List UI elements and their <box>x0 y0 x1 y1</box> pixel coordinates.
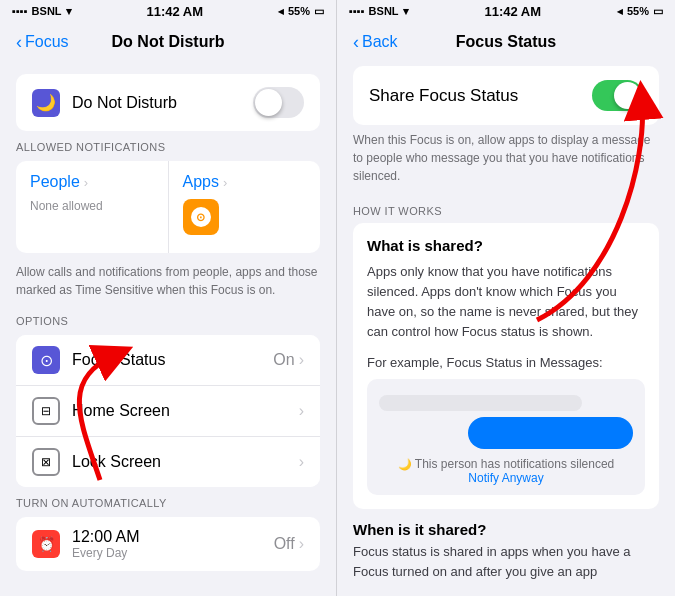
apps-chevron: › <box>223 175 227 190</box>
left-panel: ▪▪▪▪ BSNL ▾ 11:42 AM ◂ 55% ▭ ‹ Focus Do … <box>0 0 337 596</box>
nav-bar-left: ‹ Focus Do Not Disturb <box>0 22 336 62</box>
focus-status-chevron: › <box>299 351 304 369</box>
focus-status-row[interactable]: ⊙ Focus Status On › <box>16 335 320 386</box>
people-title: People › <box>30 173 154 191</box>
lock-screen-row[interactable]: ⊠ Lock Screen › <box>16 437 320 487</box>
when-is-shared-text: Focus status is shared in apps when you … <box>337 542 674 582</box>
people-cell[interactable]: People › None allowed <box>16 161 169 253</box>
dnd-toggle-knob <box>255 89 282 116</box>
back-chevron-right: ‹ <box>353 32 359 53</box>
location-icon-right: ◂ <box>617 5 623 18</box>
battery-right: 55% <box>627 5 649 17</box>
home-screen-icon: ⊟ <box>32 397 60 425</box>
status-bar-right: ▪▪▪▪ BSNL ▾ 11:42 AM ◂ 55% ▭ <box>337 0 674 22</box>
allowed-desc: Allow calls and notifications from peopl… <box>0 257 336 309</box>
right-panel-content: Share Focus Status When this Focus is on… <box>337 62 674 596</box>
bubble-gray <box>379 395 582 411</box>
back-label-right: Back <box>362 33 398 51</box>
battery-left: 55% <box>288 5 310 17</box>
nav-title-right: Focus Status <box>456 33 556 51</box>
signal-icon-right: ▪▪▪▪ <box>349 5 365 17</box>
status-bar-right-info: ▪▪▪▪ BSNL ▾ <box>349 5 409 18</box>
lock-screen-label: Lock Screen <box>72 453 299 471</box>
time-row[interactable]: ⏰ 12:00 AM Every Day Off › <box>16 517 320 571</box>
wifi-icon: ▾ <box>66 5 72 18</box>
share-focus-card[interactable]: Share Focus Status <box>353 66 659 125</box>
moon-icon: 🌙 <box>398 458 415 470</box>
people-sub: None allowed <box>30 199 154 213</box>
battery-icon-right: ▭ <box>653 5 663 18</box>
status-right-left: ◂ 55% ▭ <box>278 5 324 18</box>
time-card: ⏰ 12:00 AM Every Day Off › <box>16 517 320 571</box>
message-preview: 🌙 This person has notifications silenced… <box>367 379 645 495</box>
options-card: ⊙ Focus Status On › ⊟ Home Screen › ⊠ <box>16 335 320 487</box>
time-right: 11:42 AM <box>484 4 541 19</box>
signal-icon: ▪▪▪▪ <box>12 5 28 17</box>
how-it-works-header: HOW IT WORKS <box>337 197 674 223</box>
time-left: 11:42 AM <box>146 4 203 19</box>
apps-icon-box: ⊙ <box>183 199 219 235</box>
dnd-label: Do Not Disturb <box>72 94 253 112</box>
dnd-toggle-row[interactable]: 🌙 Do Not Disturb <box>16 74 320 131</box>
apps-cell[interactable]: Apps › ⊙ <box>169 161 321 253</box>
content-left: 🌙 Do Not Disturb ALLOWED NOTIFICATIONS P… <box>0 62 336 596</box>
home-screen-row[interactable]: ⊟ Home Screen › <box>16 386 320 437</box>
banner-notify: Notify Anyway <box>379 471 633 485</box>
focus-status-label: Focus Status <box>72 351 273 369</box>
dnd-icon: 🌙 <box>32 89 60 117</box>
when-is-shared-title: When is it shared? <box>337 509 674 542</box>
apps-icon-inner: ⊙ <box>191 207 211 227</box>
example-text: For example, Focus Status in Messages: <box>367 353 645 373</box>
how-card: What is shared? Apps only know that you … <box>353 223 659 509</box>
dnd-toggle[interactable] <box>253 87 304 118</box>
back-label-left: Focus <box>25 33 69 51</box>
apps-title: Apps › <box>183 173 307 191</box>
nav-bar-right: ‹ Back Focus Status <box>337 22 674 62</box>
home-screen-chevron: › <box>299 402 304 420</box>
time-main: 12:00 AM <box>72 528 274 546</box>
banner-silenced: This person has notifications silenced <box>415 457 614 471</box>
allowed-section-header: ALLOWED NOTIFICATIONS <box>0 135 336 157</box>
wifi-icon-right: ▾ <box>403 5 409 18</box>
time-chevron: › <box>299 535 304 553</box>
back-button-left[interactable]: ‹ Focus <box>16 32 69 53</box>
time-icon: ⏰ <box>32 530 60 558</box>
battery-icon-left: ▭ <box>314 5 324 18</box>
back-chevron-left: ‹ <box>16 32 22 53</box>
options-section-header: OPTIONS <box>0 309 336 331</box>
back-button-right[interactable]: ‹ Back <box>353 32 398 53</box>
status-bar-left: ▪▪▪▪ BSNL ▾ 11:42 AM ◂ 55% ▭ <box>0 0 336 22</box>
share-focus-desc: When this Focus is on, allow apps to dis… <box>337 125 674 197</box>
notification-banner: 🌙 This person has notifications silenced… <box>379 457 633 485</box>
share-focus-label: Share Focus Status <box>369 86 592 106</box>
turn-on-section-header: TURN ON AUTOMATICALLY <box>0 491 336 513</box>
focus-status-icon: ⊙ <box>32 346 60 374</box>
status-right-right: ◂ 55% ▭ <box>617 5 663 18</box>
people-chevron: › <box>84 175 88 190</box>
share-focus-toggle[interactable] <box>592 80 643 111</box>
status-bar-left-info: ▪▪▪▪ BSNL ▾ <box>12 5 72 18</box>
lock-screen-chevron: › <box>299 453 304 471</box>
nav-title-left: Do Not Disturb <box>112 33 225 51</box>
notif-grid: People › None allowed Apps › ⊙ <box>16 161 320 253</box>
home-screen-label: Home Screen <box>72 402 299 420</box>
share-focus-toggle-knob <box>614 82 641 109</box>
time-sub: Every Day <box>72 546 274 560</box>
what-is-shared-title: What is shared? <box>367 237 645 254</box>
time-value: Off <box>274 535 295 553</box>
focus-status-value: On <box>273 351 294 369</box>
carrier-right: BSNL <box>369 5 399 17</box>
lock-screen-icon: ⊠ <box>32 448 60 476</box>
time-text: 12:00 AM Every Day <box>72 528 274 560</box>
carrier-left: BSNL <box>32 5 62 17</box>
what-is-shared-text: Apps only know that you have notificatio… <box>367 262 645 343</box>
right-panel: ▪▪▪▪ BSNL ▾ 11:42 AM ◂ 55% ▭ ‹ Back Focu… <box>337 0 674 596</box>
location-icon: ◂ <box>278 5 284 18</box>
bubble-blue <box>468 417 633 449</box>
